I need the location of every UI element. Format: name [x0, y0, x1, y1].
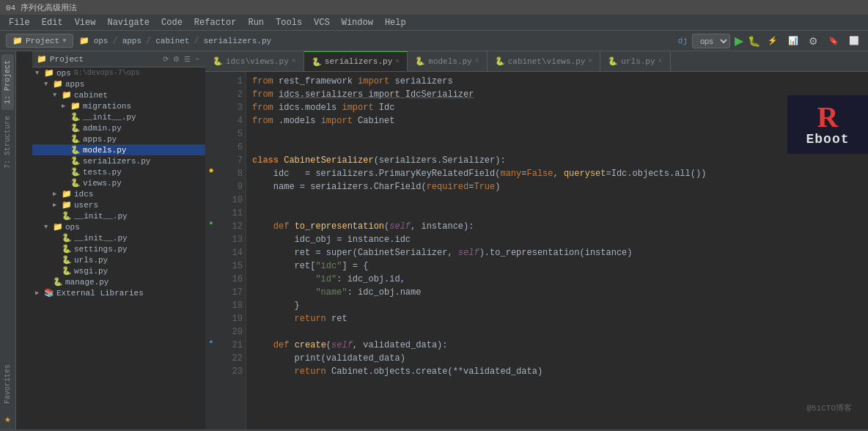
- tree-migrations[interactable]: ▶ 📁 migrations: [32, 100, 205, 111]
- breadcrumb-file[interactable]: serializers.py: [202, 37, 273, 45]
- watermark-logo: R Eboot: [787, 95, 868, 154]
- tree-external-libraries[interactable]: ▶ 📚 External Libraries: [32, 287, 205, 298]
- tree-init-py-1[interactable]: 🐍 __init__.py: [32, 111, 205, 122]
- tab-icon-2: 🐍: [312, 57, 322, 67]
- code-line-18: }: [252, 299, 862, 312]
- app-title-bar: 04 序列化高级用法: [0, 0, 868, 15]
- tab-label-4: cabinet\views.py: [508, 57, 586, 66]
- tree-ops-root[interactable]: ▼ 📁 ops G:\devops-7\ops: [32, 67, 205, 78]
- watermark-site: @51CTO博客: [806, 402, 852, 413]
- tab-serializers[interactable]: 🐍 serializers.py ×: [304, 51, 408, 71]
- bookmark-button[interactable]: 🔖: [825, 34, 842, 47]
- gutter-2: [205, 85, 217, 98]
- gutter-4: [205, 111, 217, 125]
- gutter-22: [205, 349, 217, 362]
- tab-close-1[interactable]: ×: [292, 57, 296, 65]
- menu-view[interactable]: View: [69, 15, 102, 30]
- minimize-icon[interactable]: −: [194, 54, 201, 64]
- gutter-23: [205, 362, 217, 375]
- tree-serializers-py[interactable]: 🐍 serializers.py: [32, 155, 205, 166]
- menu-file[interactable]: File: [3, 15, 36, 30]
- tree-settings-py[interactable]: 🐍 settings.py: [32, 243, 205, 254]
- coverage-button[interactable]: ⚡: [765, 34, 781, 47]
- sync-icon[interactable]: ⟳: [161, 54, 170, 64]
- debug-button[interactable]: 🐛: [748, 35, 760, 47]
- breadcrumb-ops[interactable]: ops: [92, 37, 110, 45]
- code-line-23: return Cabinet.objects.create(**validate…: [252, 365, 862, 378]
- menu-navigate[interactable]: Navigate: [101, 15, 155, 30]
- run-button[interactable]: ▶: [735, 34, 743, 48]
- menu-refactor[interactable]: Refactor: [188, 15, 243, 30]
- code-line-17: "name": idc_obj.name: [252, 286, 862, 299]
- project-tree-panel: 📁 Project ⟳ ⚙ ☰ − ▼ 📁 ops G:\devops-7\op…: [32, 51, 205, 430]
- gutter-3: [205, 98, 217, 111]
- menu-run[interactable]: Run: [242, 15, 270, 30]
- gutter-20: [205, 323, 217, 336]
- tab-idcs-views[interactable]: 🐍 idcs\views.py ×: [205, 51, 304, 71]
- menu-vcs[interactable]: VCS: [308, 15, 336, 30]
- tab-icon-4: 🐍: [495, 56, 505, 66]
- gutter-11: [205, 204, 217, 217]
- tree-tests-py[interactable]: 🐍 tests.py: [32, 166, 205, 177]
- tree-ops-sub[interactable]: ▼ 📁 ops: [32, 221, 205, 232]
- left-panel: 1: Project 7: Structure Favorites ★ 📁 Pr…: [0, 51, 205, 430]
- tab-close-4[interactable]: ×: [588, 57, 592, 65]
- gutter-16: [205, 270, 217, 283]
- watermark-r: R: [817, 103, 839, 132]
- breadcrumb-apps[interactable]: apps: [121, 37, 143, 45]
- tab-label-1: idcs\views.py: [226, 57, 289, 66]
- tab-models[interactable]: 🐍 models.py ×: [408, 51, 487, 71]
- terminal-button[interactable]: ⬜: [846, 34, 862, 47]
- gutter-9: [205, 177, 217, 191]
- code-line-3: from idcs.models import Idc: [252, 101, 862, 114]
- main-area: 1: Project 7: Structure Favorites ★ 📁 Pr…: [0, 51, 868, 430]
- favorites-tab[interactable]: Favorites: [1, 358, 14, 410]
- tab-close-3[interactable]: ×: [475, 57, 479, 65]
- structure-tab[interactable]: 7: Structure: [1, 110, 14, 174]
- breadcrumb-cabinet[interactable]: cabinet: [154, 37, 191, 45]
- tree-admin-py[interactable]: 🐍 admin.py: [32, 122, 205, 133]
- tree-apps[interactable]: ▼ 📁 apps: [32, 78, 205, 89]
- tree-idcs[interactable]: ▶ 📁 idcs: [32, 188, 205, 199]
- code-line-19: return ret: [252, 312, 862, 325]
- project-header-icons: ⟳ ⚙ ☰ −: [161, 54, 201, 64]
- code-line-8: idc = serializers.PrimaryKeyRelatedField…: [252, 167, 862, 180]
- tree-apps-py[interactable]: 🐍 apps.py: [32, 133, 205, 144]
- project-selector[interactable]: 📁 Project ▼: [6, 34, 73, 48]
- menu-bar: File Edit View Navigate Code Refactor Ru…: [0, 15, 868, 31]
- tree-manage-py[interactable]: 🐍 manage.py: [32, 276, 205, 287]
- menu-help[interactable]: Help: [379, 15, 412, 30]
- gear-icon[interactable]: ⚙: [172, 54, 181, 64]
- tree-users[interactable]: ▶ 📁 users: [32, 199, 205, 210]
- menu-edit[interactable]: Edit: [36, 15, 69, 30]
- tab-close-2[interactable]: ×: [395, 58, 400, 66]
- run-toolbar: dj ops ▶ 🐛 ⚡ 📊 ⚙ 🔖 ⬜: [678, 34, 862, 48]
- layout-icon[interactable]: ☰: [183, 54, 192, 64]
- favorites-star-icon[interactable]: ★: [4, 413, 10, 425]
- project-tab[interactable]: 1: Project: [1, 54, 14, 110]
- menu-code[interactable]: Code: [155, 15, 188, 30]
- tree-cabinet[interactable]: ▼ 📁 cabinet: [32, 89, 205, 100]
- tab-cabinet-views[interactable]: 🐍 cabinet\views.py ×: [488, 51, 601, 71]
- tab-close-5[interactable]: ×: [658, 57, 663, 65]
- tab-urls[interactable]: 🐍 urls.py ×: [600, 51, 670, 71]
- code-line-12: def to_representation(self, instance):: [252, 220, 862, 233]
- profile-button[interactable]: 📊: [785, 34, 801, 47]
- tree-init-py-3[interactable]: 🐍 __init__.py: [32, 232, 205, 243]
- tree-views-py[interactable]: 🐍 views.py: [32, 177, 205, 188]
- tree-models-py[interactable]: 🐍 models.py: [32, 144, 205, 155]
- settings-button[interactable]: ⚙: [806, 34, 821, 48]
- code-editor[interactable]: ● ● ● 12345 678910 11: [205, 72, 868, 430]
- editor-gutter: ● ● ●: [205, 72, 217, 430]
- code-text[interactable]: from rest_framework import serializersfr…: [246, 72, 868, 430]
- gutter-13: [205, 230, 217, 243]
- menu-window[interactable]: Window: [336, 15, 379, 30]
- gutter-10: [205, 191, 217, 204]
- run-config-select[interactable]: ops: [692, 34, 730, 48]
- tree-init-py-2[interactable]: 🐍 __init__.py: [32, 210, 205, 221]
- tree-wsgi-py[interactable]: 🐍 wsgi.py: [32, 265, 205, 276]
- menu-tools[interactable]: Tools: [270, 15, 308, 30]
- gutter-17: [205, 283, 217, 296]
- code-line-15: ret["idc"] = {: [252, 259, 862, 273]
- tree-urls-py[interactable]: 🐍 urls.py: [32, 254, 205, 265]
